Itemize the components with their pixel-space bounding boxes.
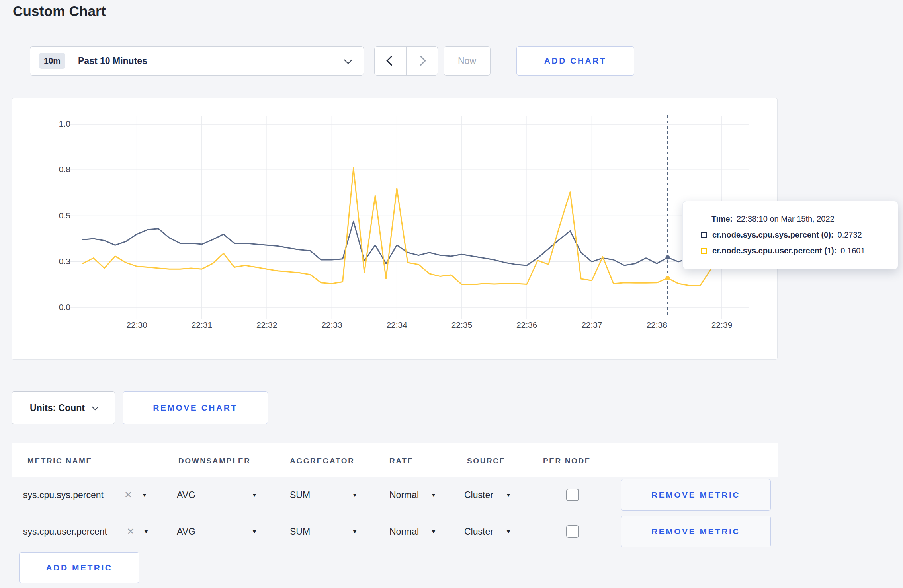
source-select[interactable]: Cluster [464, 526, 493, 537]
chart-card: 0.00.30.50.81.022:3022:3122:3222:3322:34… [12, 98, 778, 360]
aggregator-select[interactable]: SUM [290, 526, 310, 537]
source-caret-icon[interactable]: ▼ [506, 492, 511, 498]
x-axis-tick: 22:39 [696, 320, 748, 330]
x-axis-tick: 22:38 [631, 320, 683, 330]
tooltip-time-value: 22:38:10 on Mar 15th, 2022 [737, 214, 835, 224]
page-title: Custom Chart [13, 3, 106, 19]
rate-caret-icon[interactable]: ▼ [431, 492, 436, 498]
rate-caret-icon[interactable]: ▼ [431, 528, 436, 535]
clear-metric-icon[interactable]: ✕ [124, 489, 132, 500]
chart-tooltip: Time: 22:38:10 on Mar 15th, 2022 cr.node… [682, 201, 898, 269]
remove-metric-button[interactable]: REMOVE METRIC [621, 516, 771, 547]
next-range-button[interactable] [406, 47, 438, 75]
col-header-per-node: PER NODE [543, 457, 591, 465]
rate-select[interactable]: Normal [389, 490, 419, 500]
x-axis-tick: 22:34 [371, 320, 423, 330]
time-range-badge: 10m [39, 53, 65, 69]
time-pager [374, 46, 438, 76]
toolbar-divider [12, 47, 12, 76]
downsampler-select[interactable]: AVG [177, 490, 195, 500]
tooltip-series-value: 0.2732 [838, 230, 862, 239]
metric-caret-icon[interactable]: ▼ [143, 528, 149, 535]
downsampler-caret-icon[interactable]: ▼ [252, 492, 257, 498]
table-row: sys.cpu.sys.percent ✕ ▼ AVG ▼ SUM ▼ Norm… [0, 478, 903, 512]
tooltip-series-value: 0.1601 [840, 246, 865, 255]
y-axis-tick: 0.0 [33, 302, 70, 312]
metric-name-select[interactable]: sys.cpu.sys.percent [23, 490, 104, 500]
time-range-label: Past 10 Minutes [78, 56, 147, 66]
y-axis-tick: 0.8 [33, 165, 70, 174]
y-axis-tick: 0.5 [33, 211, 70, 220]
aggregator-select[interactable]: SUM [290, 490, 310, 500]
table-row: sys.cpu.user.percent ✕ ▼ AVG ▼ SUM ▼ Nor… [0, 515, 903, 548]
col-header-metric-name: METRIC NAME [27, 457, 92, 465]
chevron-down-icon [92, 403, 99, 410]
remove-chart-button[interactable]: REMOVE CHART [123, 391, 268, 424]
units-select[interactable]: Units: Count [12, 391, 115, 424]
y-axis-tick: 0.3 [33, 257, 70, 266]
chevron-left-icon [387, 56, 397, 66]
units-label: Units: Count [30, 403, 85, 413]
series-sys-swatch-icon [701, 232, 707, 238]
add-chart-button[interactable]: ADD CHART [516, 46, 634, 76]
prev-range-button[interactable] [375, 47, 406, 75]
tooltip-series-name: cr.node.sys.cpu.sys.percent (0): [712, 230, 834, 239]
metric-caret-icon[interactable]: ▼ [142, 492, 147, 498]
aggregator-caret-icon[interactable]: ▼ [352, 528, 358, 535]
col-header-aggregator: AGGREGATOR [290, 457, 355, 465]
tooltip-time-label: Time: [711, 214, 733, 224]
x-axis-tick: 22:31 [176, 320, 228, 330]
per-node-checkbox[interactable] [566, 489, 579, 501]
x-axis-tick: 22:33 [306, 320, 358, 330]
col-header-rate: RATE [389, 457, 414, 465]
rate-select[interactable]: Normal [389, 526, 419, 537]
downsampler-select[interactable]: AVG [177, 526, 195, 537]
x-axis-tick: 22:32 [241, 320, 293, 330]
y-axis-tick: 1.0 [33, 119, 70, 129]
chevron-down-icon [344, 56, 352, 64]
remove-metric-button[interactable]: REMOVE METRIC [621, 479, 771, 511]
per-node-checkbox[interactable] [566, 525, 579, 538]
add-metric-button[interactable]: ADD METRIC [19, 552, 139, 583]
x-axis-tick: 22:30 [111, 320, 163, 330]
x-axis-tick: 22:35 [436, 320, 488, 330]
col-header-downsampler: DOWNSAMPLER [178, 457, 251, 465]
source-select[interactable]: Cluster [464, 490, 493, 500]
col-header-source: SOURCE [467, 457, 506, 465]
source-caret-icon[interactable]: ▼ [506, 528, 511, 535]
metric-name-select[interactable]: sys.cpu.user.percent [23, 526, 107, 537]
now-button[interactable]: Now [444, 46, 491, 76]
time-range-select[interactable]: 10m Past 10 Minutes [30, 46, 364, 76]
clear-metric-icon[interactable]: ✕ [127, 526, 135, 537]
tooltip-series-name: cr.node.sys.cpu.user.percent (1): [712, 246, 837, 255]
aggregator-caret-icon[interactable]: ▼ [352, 492, 358, 498]
x-axis-tick: 22:36 [501, 320, 553, 330]
x-axis-tick: 22:37 [566, 320, 618, 330]
series-user-swatch-icon [701, 248, 707, 254]
downsampler-caret-icon[interactable]: ▼ [252, 528, 257, 535]
chevron-right-icon [416, 56, 426, 66]
